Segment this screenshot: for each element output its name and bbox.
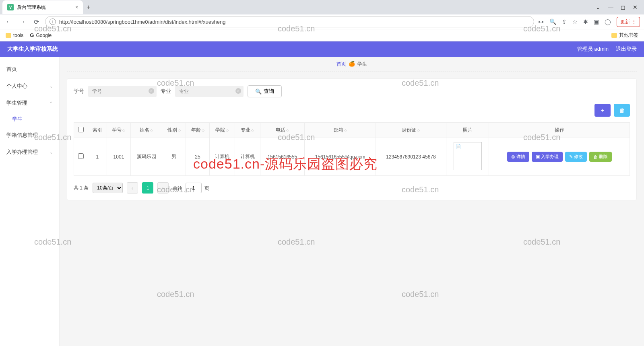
sidebar-item-status-mgmt[interactable]: 学籍信息管理⌄ [0,127,59,144]
trash-icon: 🗑 [619,107,625,113]
update-button[interactable]: 更新⋮ [617,17,640,27]
col-name[interactable]: 姓名◇ [130,123,162,138]
cell-index: 1 [88,138,107,176]
pencil-icon: ✎ [569,154,573,159]
sort-icon: ◇ [226,128,229,132]
row-checkbox[interactable] [78,153,84,159]
col-phone[interactable]: 电话◇ [260,123,305,138]
col-gender[interactable]: 性别◇ [162,123,186,138]
google-icon: G [30,32,34,38]
add-button[interactable]: + [594,104,611,117]
sidebar-item-home[interactable]: 首页 [0,61,59,78]
cell-major: 计算机 [235,138,260,176]
bookmark-google[interactable]: GGoogle [30,32,52,38]
reload-icon[interactable]: ⟳ [31,18,41,26]
search-icon[interactable]: 🔍 [549,19,556,25]
col-sno[interactable]: 学号◇ [107,123,131,138]
breadcrumb-current: 学生 [357,61,367,68]
pagination: 共 1 条 10条/页 ‹ 1 › 前往 页 [74,182,630,194]
browser-tab[interactable]: V 后台管理系统 × [2,0,83,14]
sidebar: 首页 个人中心⌄ 学生管理⌃ 学生 学籍信息管理⌄ 入学办理管理⌄ [0,57,60,346]
cell-ops: ◎详情 ▣入学办理 ✎修改 🗑删除 [489,138,630,176]
back-icon[interactable]: ← [4,18,14,25]
app-title: 大学生入学审核系统 [7,45,58,53]
clear-icon[interactable]: ○ [149,88,154,94]
col-idcard[interactable]: 身份证◇ [376,123,446,138]
sidebar-item-enroll-mgmt[interactable]: 入学办理管理⌄ [0,144,59,161]
sort-icon: ◇ [417,128,420,132]
tab-title: 后台管理系统 [17,4,46,11]
page-size-select[interactable]: 10条/页 [93,183,123,193]
data-table: 索引 学号◇ 姓名◇ 性别◇ 年龄◇ 学院◇ 专业◇ 电话◇ 邮箱◇ 身份证◇ … [74,122,630,176]
next-page-button[interactable]: › [157,182,169,194]
address-bar: ← → ⟳ i http://localhost:8080/springboot… [0,14,644,29]
chevron-up-icon: ⌃ [50,101,53,105]
new-tab-button[interactable]: + [83,4,94,11]
chevron-down-icon: ⌄ [50,150,53,154]
user-label[interactable]: 管理员 admin [577,45,609,53]
search-input-sno[interactable] [88,86,157,97]
sidebar-sub-student[interactable]: 学生 [0,111,59,127]
bulk-delete-button[interactable]: 🗑 [614,104,630,117]
sort-icon: ◇ [202,128,204,132]
col-age[interactable]: 年龄◇ [186,123,210,138]
bookmark-tools[interactable]: tools [6,33,23,38]
search-row: 学号 ○ 专业 ○ 🔍查询 [74,85,630,97]
sidebar-item-student-mgmt[interactable]: 学生管理⌃ [0,95,59,111]
chevron-down-icon[interactable]: ⌄ [596,4,601,10]
chevron-down-icon: ⌄ [50,133,53,138]
col-college[interactable]: 学院◇ [209,123,235,138]
doc-icon: ▣ [536,154,540,159]
clear-icon[interactable]: ○ [235,88,241,94]
breadcrumb-home[interactable]: 首页 [336,61,346,68]
col-major[interactable]: 专业◇ [235,123,260,138]
key-icon[interactable]: ⊶ [538,19,544,25]
extensions-icon[interactable]: ✱ [583,19,588,25]
col-index[interactable]: 索引 [88,123,107,138]
select-all-checkbox[interactable] [78,127,84,132]
profile-icon[interactable]: ◯ [605,19,611,25]
sidebar-item-profile[interactable]: 个人中心⌄ [0,78,59,95]
sort-icon: ◇ [150,128,153,132]
page-number-1[interactable]: 1 [142,182,153,194]
site-info-icon[interactable]: i [50,19,56,25]
url-field[interactable]: i http://localhost:8080/springboot1hme0/… [45,16,534,27]
layout: 首页 个人中心⌄ 学生管理⌃ 学生 学籍信息管理⌄ 入学办理管理⌄ 首页 🍊 学… [0,57,644,346]
cell-age: 25 [186,138,210,176]
forward-icon[interactable]: → [18,18,27,25]
search-icon: 🔍 [255,89,262,95]
query-button[interactable]: 🔍查询 [248,85,282,97]
pager-total: 共 1 条 [74,185,89,192]
eye-icon: ◎ [511,154,515,159]
cell-phone: 15615616555 [260,138,305,176]
minimize-icon[interactable]: — [608,4,613,10]
cell-idcard: 1234567890123 45678 [376,138,446,176]
logout-link[interactable]: 退出登录 [616,45,637,53]
panel-icon[interactable]: ▣ [594,19,599,25]
edit-button[interactable]: ✎修改 [565,152,587,162]
window-controls: ⌄ — ◻ ✕ [596,4,644,10]
cell-photo [446,138,489,176]
search-input-major[interactable] [175,86,244,97]
col-email[interactable]: 邮箱◇ [305,123,376,138]
app-header: 大学生入学审核系统 管理员 admin 退出登录 [0,41,644,57]
delete-button[interactable]: 🗑删除 [589,152,612,162]
content-card: 学号 ○ 专业 ○ 🔍查询 + 🗑 索引 学号◇ 姓名◇ 性别◇ [67,78,637,200]
close-window-icon[interactable]: ✕ [633,4,638,10]
folder-icon [6,33,11,38]
share-icon[interactable]: ⇪ [562,19,567,25]
star-icon[interactable]: ☆ [572,19,578,25]
enroll-button[interactable]: ▣入学办理 [532,152,563,162]
maximize-icon[interactable]: ◻ [621,4,625,10]
prev-page-button[interactable]: ‹ [127,182,138,194]
page-jump-input[interactable] [186,183,202,193]
vue-favicon-icon: V [7,4,14,10]
sort-icon: ◇ [286,128,289,132]
col-ops: 操作 [489,123,630,138]
detail-button[interactable]: ◎详情 [507,152,529,162]
col-photo: 照片 [446,123,489,138]
sort-icon: ◇ [122,128,125,132]
bookmark-other[interactable]: 其他书签 [611,32,638,39]
cell-gender: 男 [162,138,186,176]
close-tab-icon[interactable]: × [75,4,78,10]
